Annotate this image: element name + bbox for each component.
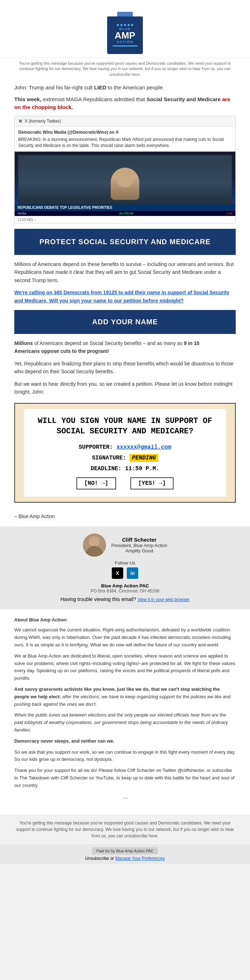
about-para2: We at Blue Amp Action are dedicated to l… — [14, 652, 236, 682]
add-name-button[interactable]: ADD YOUR NAME — [21, 318, 229, 326]
footer-org: Amplify Good — [111, 548, 168, 554]
price-text: 44,705.00 — [119, 212, 133, 215]
about-para5: Democracy never sleeps, and neither can … — [14, 738, 236, 745]
petition-title: WILL YOU SIGN YOUR NAME IN SUPPORT OF SO… — [33, 416, 217, 436]
petition-signature-row: SIGNATURE: PENDING — [33, 454, 217, 462]
about-para7: Thank you for your support for all we do… — [14, 767, 236, 789]
intro-paragraph: John: Trump and his far-right cult LIED … — [14, 84, 236, 92]
twitter-header: ✕ X (formerly Twitter) — [15, 116, 235, 127]
fox-news-bar: REPUBLICANS DEBATE TOP LEGISLATIVE PRIOR… — [15, 204, 235, 211]
body2-text1: of Americans depend on Social Security b… — [34, 340, 184, 346]
body-paragraph-2a: Millions of Americans depend on Social S… — [14, 339, 236, 355]
trouble-text: Having trouble viewing this email? View … — [7, 597, 243, 602]
maga-text: extremist MAGA Republicans admitted that… — [43, 96, 222, 102]
logo: BLUE AMP ACTION — [107, 16, 143, 54]
petition-call-link[interactable]: We're calling on 385 Democrats from 1912… — [14, 290, 229, 303]
supporter-label: SUPPORTER: — [79, 444, 113, 450]
ticker-text: Media — [17, 212, 27, 215]
unsubscribe-text: Unsubscribe or Manage Your Preferences — [7, 856, 243, 861]
supporter-email: xxxxxx@gmail.com — [116, 444, 171, 450]
twitter-text: BREAKING: In a stunning announcement, Re… — [18, 137, 232, 149]
footer-profile: Cliff Schecter President, Blue Amp Actio… — [7, 533, 243, 557]
email-header: BLUE AMP ACTION — [0, 0, 250, 58]
no-button[interactable]: [NO! →] — [76, 477, 116, 490]
body-paragraph-2b: Yet, Republicans are finalizing their pl… — [14, 360, 236, 376]
this-week-paragraph: This week, extremist MAGA Republicans ad… — [14, 95, 236, 111]
millions-text: Millions — [14, 340, 33, 346]
signature-text: – Blue Amp Action — [14, 514, 55, 519]
linkedin-social-icon[interactable]: in — [127, 567, 138, 579]
deadline-time: 11:59 P.M. — [125, 466, 159, 472]
pac-name: Blue Amp Action PAC — [7, 583, 243, 589]
footer-name: Cliff Schecter — [111, 537, 168, 543]
twitter-embed[interactable]: ✕ X (formerly Twitter) Democratic Wins M… — [14, 116, 236, 223]
body2-text2: Americans oppose cuts to the program! — [14, 348, 109, 354]
footer-info: Cliff Schecter President, Blue Amp Actio… — [111, 537, 168, 554]
protect-cta-button[interactable]: PROTECT SOCIAL SECURITY AND MEDICARE — [21, 238, 229, 246]
footer-title: President, Blue Amp Action — [111, 543, 168, 548]
this-week-bold: This week, — [14, 96, 41, 102]
paid-by-text: Paid for by Blue Amp Action PAC — [92, 847, 158, 854]
about-para6: So we ask that you support our work, so … — [14, 749, 236, 764]
social-icons: X in — [7, 567, 243, 579]
petition-buttons: [NO! →] [YES! →] — [33, 477, 217, 490]
signature-value: PENDING — [130, 454, 158, 462]
deadline-label: DEADLINE: — [91, 466, 122, 472]
salutation: John: — [14, 84, 27, 91]
pac-address: PO Box 8384, Cincinnati, OH 45208 — [7, 589, 243, 593]
about-divider: — — [14, 794, 236, 802]
about-title: About Blue Amp Action: — [14, 616, 236, 624]
about-para5-bold: Democracy never sleeps, and neither can … — [14, 738, 114, 744]
about-para1: We cannot sugarcoat the current situatio… — [14, 627, 236, 649]
about-para4-italic: When the public tunes out between electi… — [14, 712, 228, 733]
body-paragraph-2c: But we want to hear directly from you, s… — [14, 380, 236, 396]
logo-amp-text: AMP — [115, 31, 135, 40]
twitter-x-icon: ✕ — [18, 118, 22, 124]
about-para3: And savvy grassroots activists like you … — [14, 686, 236, 708]
intro-lie-text: Trump and his far-right cult LIED to the… — [29, 84, 164, 91]
signature-label: SIGNATURE: — [92, 455, 126, 461]
body-paragraph-1: Millions of Americans depend on these be… — [14, 260, 236, 284]
unsubscribe-bar: Paid for by Blue Amp Action PAC Unsubscr… — [0, 845, 250, 864]
stat-text: 9 in 10 — [184, 340, 199, 346]
price2-text: 1.00 — [226, 212, 233, 215]
bottom-disclaimer-text: You're getting this message because you'… — [14, 820, 236, 839]
top-disclaimer: You're getting this message because you'… — [0, 58, 250, 80]
signature-section: – Blue Amp Action — [14, 510, 236, 523]
petition-supporter-row: SUPPORTER: xxxxxx@gmail.com — [33, 444, 217, 450]
twitter-image: REPUBLICANS DEBATE TOP LEGISLATIVE PRIOR… — [15, 151, 235, 216]
view-browser-link[interactable]: View it in your web browser — [138, 597, 190, 602]
twitter-account: Democratic Wins Media (@DemocraticWins) … — [18, 129, 232, 135]
add-name-section[interactable]: ADD YOUR NAME — [14, 310, 236, 334]
petition-deadline-row: DEADLINE: 11:59 P.M. — [33, 466, 217, 472]
yes-button[interactable]: [YES! →] — [130, 477, 174, 490]
twitter-body: Democratic Wins Media (@DemocraticWins) … — [15, 127, 235, 151]
twitter-platform: X (formerly Twitter) — [25, 119, 61, 124]
petition-call-text: We're calling on 385 Democrats from 1912… — [14, 288, 236, 305]
about-section: About Blue Amp Action: We cannot sugarco… — [0, 609, 250, 815]
twitter-social-icon[interactable]: X — [112, 567, 123, 579]
manage-preferences-link[interactable]: Manage Your Preferences — [116, 856, 165, 861]
logo-action-text: ACTION — [117, 40, 134, 44]
twitter-size: (110 kB) ↓ — [15, 216, 235, 223]
follow-us-label: Follow Us — [7, 560, 243, 566]
protect-cta-section[interactable]: PROTECT SOCIAL SECURITY AND MEDICARE — [14, 229, 236, 255]
footer-section: Cliff Schecter President, Blue Amp Actio… — [0, 526, 250, 609]
avatar — [83, 533, 106, 557]
bottom-disclaimer: You're getting this message because you'… — [0, 815, 250, 845]
about-para4: When the public tunes out between electi… — [14, 711, 236, 733]
lied-word: LIED — [94, 84, 106, 91]
petition-box: WILL YOU SIGN YOUR NAME IN SUPPORT OF SO… — [14, 403, 236, 502]
